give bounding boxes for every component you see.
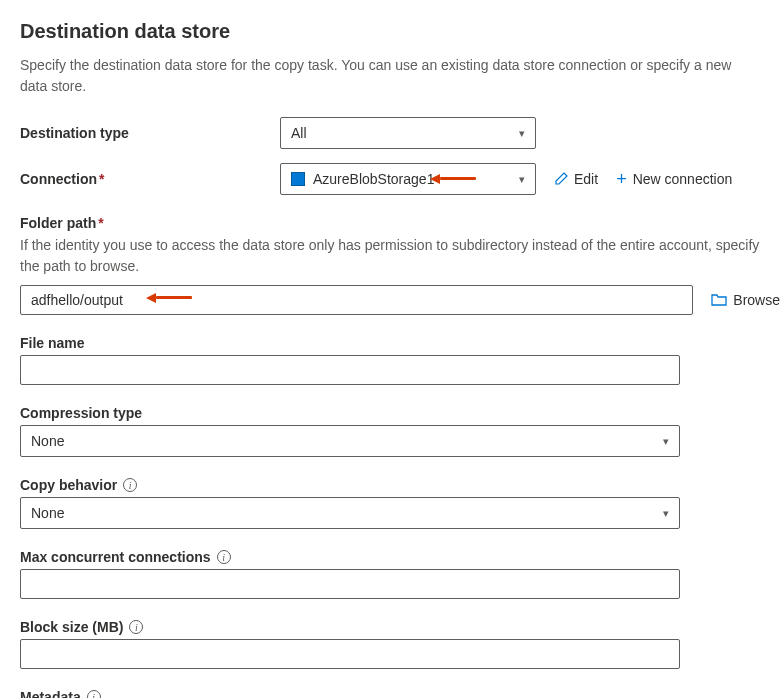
copy-behavior-label: Copy behavior i: [20, 477, 680, 493]
page-subtitle: Specify the destination data store for t…: [20, 55, 760, 97]
destination-type-select[interactable]: All ▾: [280, 117, 536, 149]
storage-icon: [291, 172, 305, 186]
chevron-down-icon: ▾: [519, 173, 525, 186]
chevron-down-icon: ▾: [663, 507, 669, 520]
plus-icon: +: [616, 170, 627, 188]
required-indicator: *: [99, 171, 104, 187]
annotation-arrow-icon: [156, 293, 196, 303]
file-name-input[interactable]: [20, 355, 680, 385]
folder-path-help: If the identity you use to access the da…: [20, 235, 760, 277]
chevron-down-icon: ▾: [519, 127, 525, 140]
folder-path-input[interactable]: [20, 285, 693, 315]
annotation-arrow-icon: [440, 174, 480, 184]
max-concurrent-label: Max concurrent connections i: [20, 549, 680, 565]
compression-type-value: None: [31, 433, 64, 449]
compression-type-select[interactable]: None ▾: [20, 425, 680, 457]
copy-behavior-value: None: [31, 505, 64, 521]
destination-type-value: All: [291, 125, 307, 141]
page-title: Destination data store: [20, 20, 760, 43]
connection-label: Connection*: [20, 171, 280, 187]
connection-select[interactable]: AzureBlobStorage1 ▾: [280, 163, 536, 195]
metadata-label: Metadata i: [20, 689, 760, 698]
max-concurrent-input[interactable]: [20, 569, 680, 599]
copy-behavior-select[interactable]: None ▾: [20, 497, 680, 529]
pencil-icon: [554, 172, 568, 186]
edit-button[interactable]: Edit: [554, 171, 598, 187]
compression-type-label: Compression type: [20, 405, 680, 421]
info-icon[interactable]: i: [123, 478, 137, 492]
connection-value: AzureBlobStorage1: [313, 171, 434, 187]
file-name-label: File name: [20, 335, 680, 351]
folder-path-label: Folder path*: [20, 215, 760, 231]
info-icon[interactable]: i: [129, 620, 143, 634]
block-size-label: Block size (MB) i: [20, 619, 680, 635]
chevron-down-icon: ▾: [663, 435, 669, 448]
new-connection-button[interactable]: + New connection: [616, 170, 732, 188]
required-indicator: *: [98, 215, 103, 231]
folder-icon: [711, 293, 727, 307]
browse-button[interactable]: Browse: [711, 292, 780, 308]
info-icon[interactable]: i: [217, 550, 231, 564]
info-icon[interactable]: i: [87, 690, 101, 698]
destination-type-label: Destination type: [20, 125, 280, 141]
block-size-input[interactable]: [20, 639, 680, 669]
